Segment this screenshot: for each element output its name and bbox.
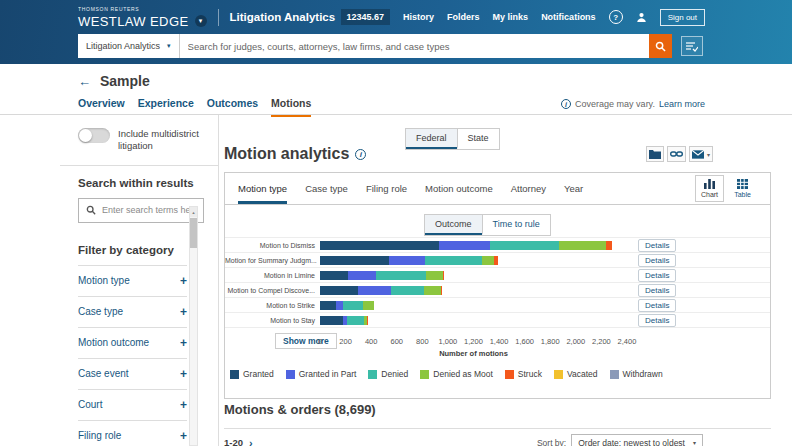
header-search-row: Litigation Analytics ▾ xyxy=(78,34,703,58)
brand-caret-down-icon[interactable]: ▾ xyxy=(195,15,207,27)
bar-segment-struck xyxy=(606,241,612,250)
table-view-label: Table xyxy=(734,191,751,198)
folder-icon xyxy=(649,149,661,159)
legend-item-struck: Struck xyxy=(505,369,542,379)
details-button[interactable]: Details xyxy=(638,299,676,312)
help-icon[interactable]: ? xyxy=(609,10,623,24)
info-icon[interactable]: i xyxy=(355,149,366,160)
sort-dropdown[interactable]: Order date: newest to oldest ▾ xyxy=(571,434,703,446)
app-window: THOMSON REUTERS WESTLAW EDGE ▾ Litigatio… xyxy=(0,0,792,446)
caret-down-icon: ▾ xyxy=(693,439,696,446)
search-button[interactable] xyxy=(649,34,672,58)
details-button[interactable]: Details xyxy=(638,314,676,327)
filter-category-label: Case type xyxy=(78,306,123,317)
axis-tick: 2,400 xyxy=(618,337,637,346)
westlaw-edge-logo[interactable]: THOMSON REUTERS WESTLAW EDGE ▾ xyxy=(78,6,207,29)
plus-icon: + xyxy=(180,429,187,443)
analytics-tab-motion-outcome[interactable]: Motion outcome xyxy=(425,173,493,204)
page-title: Sample xyxy=(100,73,150,89)
table-view-button[interactable]: Table xyxy=(728,175,757,202)
bar-track xyxy=(320,316,627,325)
nav-my-links[interactable]: My links xyxy=(493,12,529,22)
analytics-tab-case-type[interactable]: Case type xyxy=(305,173,348,204)
multidistrict-toggle-row: Include multidistrict litigation xyxy=(78,128,204,153)
sign-out-button[interactable]: Sign out xyxy=(660,9,705,26)
x-axis-ticks: 02004006008001,0001,2001,4001,6001,8002,… xyxy=(320,337,627,347)
filter-category-motion-outcome[interactable]: Motion outcome+ xyxy=(78,328,187,359)
global-search-input[interactable] xyxy=(180,35,649,57)
chart-view-button[interactable]: Chart xyxy=(695,175,724,202)
bar-segment-denied-as-moot xyxy=(482,256,494,265)
legend-label: Denied xyxy=(381,369,408,379)
nav-folders[interactable]: Folders xyxy=(447,12,480,22)
chart-category-label: Motion in Limine xyxy=(225,272,320,279)
save-to-folder-button[interactable] xyxy=(646,146,664,162)
filter-category-label: Court xyxy=(78,399,102,410)
advanced-search-button[interactable] xyxy=(681,36,703,56)
chart-view-label: Chart xyxy=(701,191,718,198)
scrollbar-thumb[interactable] xyxy=(190,218,197,248)
details-button[interactable]: Details xyxy=(638,239,676,252)
motion-outcome-chart: Motion to DismissDetailsMotion for Summa… xyxy=(225,237,770,328)
copy-link-button[interactable] xyxy=(667,146,686,162)
filter-category-label: Case event xyxy=(78,368,129,379)
nav-notifications[interactable]: Notifications xyxy=(541,12,596,22)
coverage-text: Coverage may vary. xyxy=(575,99,655,109)
filter-category-filing-role[interactable]: Filing role+ xyxy=(78,421,187,446)
search-bar: Litigation Analytics ▾ xyxy=(78,34,649,58)
legend-item-denied-as-moot: Denied as Moot xyxy=(420,369,493,379)
back-arrow-icon[interactable]: ← xyxy=(78,74,91,89)
bar-segment-granted xyxy=(320,286,358,295)
analytics-tab-attorney[interactable]: Attorney xyxy=(511,173,546,204)
nav-history[interactable]: History xyxy=(403,12,434,22)
jurisdiction-tab-state[interactable]: State xyxy=(457,129,499,149)
coverage-note: i Coverage may vary. Learn more xyxy=(561,99,705,109)
search-scope-dropdown[interactable]: Litigation Analytics ▾ xyxy=(78,34,180,58)
chart-row-motion-to-dismiss: Motion to DismissDetails xyxy=(225,238,770,253)
learn-more-link[interactable]: Learn more xyxy=(659,99,705,109)
email-button[interactable]: ▾ xyxy=(689,146,713,162)
bar-segment-denied-as-moot xyxy=(363,301,374,310)
search-within-results-box xyxy=(78,198,204,223)
details-button[interactable]: Details xyxy=(638,269,676,282)
filter-category-label: Motion outcome xyxy=(78,337,149,348)
pagination-range: 1-20 xyxy=(224,437,243,446)
analytics-tab-filing-role[interactable]: Filing role xyxy=(366,173,407,204)
analytics-tab-motion-type[interactable]: Motion type xyxy=(238,173,287,204)
info-icon: i xyxy=(561,99,571,109)
plus-icon: + xyxy=(180,274,187,288)
main-content: FederalState Motion analytics i ▾ xyxy=(224,115,771,446)
sidebar-scrollbar[interactable]: ▲ xyxy=(189,206,198,446)
mode-tab-outcome[interactable]: Outcome xyxy=(425,215,482,235)
client-id-badge[interactable]: 12345.67 xyxy=(341,9,391,25)
filter-category-case-type[interactable]: Case type+ xyxy=(78,297,187,328)
analytics-tab-bar: Motion typeCase typeFiling roleMotion ou… xyxy=(225,173,770,205)
bar-segment-granted xyxy=(320,241,439,250)
details-button[interactable]: Details xyxy=(638,284,676,297)
plus-icon: + xyxy=(180,336,187,350)
search-within-results-heading: Search within results xyxy=(78,177,204,189)
analytics-tab-year[interactable]: Year xyxy=(564,173,583,204)
header-utilities: 12345.67 HistoryFoldersMy linksNotificat… xyxy=(341,0,705,34)
scrollbar-up-icon[interactable]: ▲ xyxy=(190,207,197,217)
bar-track xyxy=(320,286,627,295)
bar-segment-denied xyxy=(490,241,559,250)
axis-tick: 1,600 xyxy=(515,337,534,346)
user-icon[interactable] xyxy=(636,12,647,23)
details-button[interactable]: Details xyxy=(638,254,676,267)
bar-segment-denied-as-moot xyxy=(426,271,443,280)
bar-segment-granted xyxy=(320,256,389,265)
filter-category-court[interactable]: Court+ xyxy=(78,390,187,421)
bar-segment-struck xyxy=(367,316,368,325)
mode-tab-time-to-rule[interactable]: Time to rule xyxy=(482,215,550,235)
next-page-icon[interactable]: › xyxy=(249,437,253,446)
jurisdiction-tab-federal[interactable]: Federal xyxy=(406,129,457,149)
multidistrict-toggle[interactable] xyxy=(78,128,110,143)
bar-segment-struck xyxy=(443,271,445,280)
product-title: Litigation Analytics xyxy=(230,11,336,23)
header-top-row: THOMSON REUTERS WESTLAW EDGE ▾ Litigatio… xyxy=(0,0,792,34)
filter-category-motion-type[interactable]: Motion type+ xyxy=(78,266,187,297)
search-within-results-input[interactable] xyxy=(102,205,196,215)
header-divider xyxy=(218,9,219,26)
filter-category-case-event[interactable]: Case event+ xyxy=(78,359,187,390)
